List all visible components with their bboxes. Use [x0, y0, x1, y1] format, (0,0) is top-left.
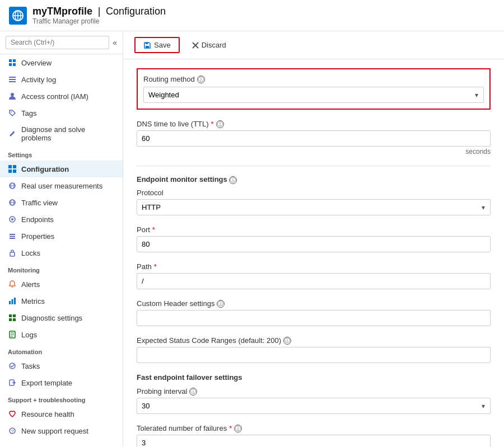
resource-name: myTMprofile	[32, 6, 92, 17]
sidebar-item-diagnostic-settings[interactable]: Diagnostic settings	[0, 309, 123, 326]
diag-icon	[8, 313, 17, 322]
probing-interval-select[interactable]: 30	[137, 398, 491, 414]
sidebar-item-locks[interactable]: Locks	[0, 244, 123, 261]
sidebar-item-metrics[interactable]: Metrics	[0, 293, 123, 309]
probing-interval-info-icon[interactable]: ⓘ	[189, 388, 197, 396]
svg-rect-7	[9, 63, 12, 66]
metrics-label: Metrics	[21, 297, 45, 305]
sidebar-item-resource-health[interactable]: Resource health	[0, 406, 123, 422]
collapse-button[interactable]: «	[113, 38, 117, 47]
custom-header-info-icon[interactable]: ⓘ	[217, 300, 225, 308]
iam-label: Access control (IAM)	[21, 92, 88, 101]
path-label: Path *	[137, 262, 491, 271]
sidebar-item-overview[interactable]: Overview	[0, 54, 123, 71]
configuration-form: Routing method ⓘ Weighted ▾ DNS time to …	[123, 59, 504, 447]
protocol-select-wrapper: HTTP ▾	[137, 199, 491, 215]
routing-method-info-icon[interactable]: ⓘ	[197, 76, 205, 83]
sidebar-item-diagnose[interactable]: Diagnose and solve problems	[0, 121, 123, 146]
svg-point-25	[11, 218, 13, 220]
sidebar-item-new-support-request[interactable]: ? New support request	[0, 422, 123, 439]
locks-label: Locks	[21, 249, 40, 257]
title-separator: |	[98, 6, 101, 17]
sidebar-item-real-user-measurements[interactable]: Real user measurements	[0, 177, 123, 194]
routing-method-select[interactable]: Weighted	[143, 87, 484, 103]
globe-icon-rum	[8, 181, 17, 190]
svg-rect-26	[10, 234, 15, 235]
tolerated-failures-input-row	[137, 435, 491, 447]
path-input[interactable]	[137, 273, 491, 289]
dns-ttl-section: DNS time to live (TTL) * ⓘ seconds	[137, 120, 491, 156]
dns-ttl-input[interactable]	[137, 130, 491, 147]
custom-header-input[interactable]	[137, 310, 491, 326]
port-input[interactable]	[137, 236, 491, 252]
sidebar-item-tags[interactable]: Tags	[0, 105, 123, 121]
expected-status-input[interactable]	[137, 347, 491, 363]
svg-point-13	[11, 111, 12, 112]
heart-icon	[8, 410, 17, 418]
svg-rect-10	[9, 79, 16, 80]
main-content: Save Discard Routing method ⓘ Weighted ▾	[123, 31, 504, 447]
port-required: *	[152, 225, 155, 234]
sidebar-item-activity-log[interactable]: Activity log	[0, 71, 123, 88]
bell-icon	[8, 280, 17, 289]
svg-rect-11	[9, 81, 16, 82]
svg-rect-9	[9, 77, 16, 78]
toolbar: Save Discard	[123, 31, 504, 59]
port-label: Port *	[137, 225, 491, 234]
endpoint-monitor-info-icon[interactable]: ⓘ	[229, 176, 237, 184]
settings-section-label: Settings	[0, 146, 123, 161]
custom-header-input-row	[137, 310, 491, 326]
svg-rect-5	[9, 59, 12, 62]
protocol-select[interactable]: HTTP	[137, 199, 491, 215]
probing-interval-select-wrapper: 30 ▾	[137, 398, 491, 414]
svg-rect-8	[13, 63, 16, 66]
sidebar-item-traffic-view[interactable]: Traffic view	[0, 194, 123, 211]
discard-icon	[192, 42, 199, 49]
save-label: Save	[154, 41, 171, 49]
task-icon	[8, 361, 17, 370]
rum-label: Real user measurements	[21, 182, 102, 190]
tag-icon	[8, 109, 17, 117]
save-button[interactable]: Save	[134, 37, 180, 53]
support-icon: ?	[8, 426, 17, 435]
sidebar-item-logs[interactable]: Logs	[0, 326, 123, 343]
routing-method-section: Routing method ⓘ Weighted ▾	[137, 68, 491, 110]
svg-rect-14	[8, 165, 12, 168]
sidebar: « Overview Activity log Access control (…	[0, 31, 123, 447]
search-input[interactable]	[6, 36, 109, 49]
activity-log-label: Activity log	[21, 76, 56, 84]
logs-label: Logs	[21, 331, 37, 339]
sidebar-item-configuration[interactable]: Configuration	[0, 161, 123, 177]
monitoring-section-label: Monitoring	[0, 261, 123, 276]
sidebar-item-iam[interactable]: Access control (IAM)	[0, 88, 123, 105]
svg-rect-31	[9, 301, 11, 304]
properties-label: Properties	[21, 232, 54, 241]
chart-icon	[8, 297, 17, 305]
diagnose-label: Diagnose and solve problems	[21, 125, 116, 142]
sidebar-item-alerts[interactable]: Alerts	[0, 276, 123, 293]
wrench-icon	[8, 129, 17, 138]
dns-ttl-unit: seconds	[137, 148, 491, 156]
sidebar-item-export-template[interactable]: Export template	[0, 374, 123, 391]
alerts-label: Alerts	[21, 280, 40, 289]
discard-button[interactable]: Discard	[184, 38, 234, 52]
grid-icon	[8, 58, 17, 67]
diagnostic-settings-label: Diagnostic settings	[21, 314, 82, 322]
svg-rect-32	[12, 299, 13, 304]
sidebar-search-area: «	[0, 31, 123, 54]
lock-icon	[8, 248, 17, 257]
sidebar-item-properties[interactable]: Properties	[0, 228, 123, 244]
new-support-request-label: New support request	[21, 427, 88, 435]
page-title: myTMprofile | Configuration	[32, 6, 166, 17]
endpoints-label: Endpoints	[21, 215, 54, 224]
svg-rect-33	[14, 298, 16, 304]
dns-ttl-info-icon[interactable]: ⓘ	[216, 120, 224, 128]
tolerated-failures-info-icon[interactable]: ⓘ	[234, 425, 242, 432]
sidebar-item-endpoints[interactable]: Endpoints	[0, 211, 123, 228]
tolerated-failures-input[interactable]	[137, 435, 491, 447]
svg-rect-6	[13, 59, 16, 62]
expected-status-info-icon[interactable]: ⓘ	[283, 337, 291, 345]
sidebar-item-tasks[interactable]: Tasks	[0, 357, 123, 374]
svg-rect-36	[9, 318, 12, 321]
automation-section-label: Automation	[0, 343, 123, 357]
